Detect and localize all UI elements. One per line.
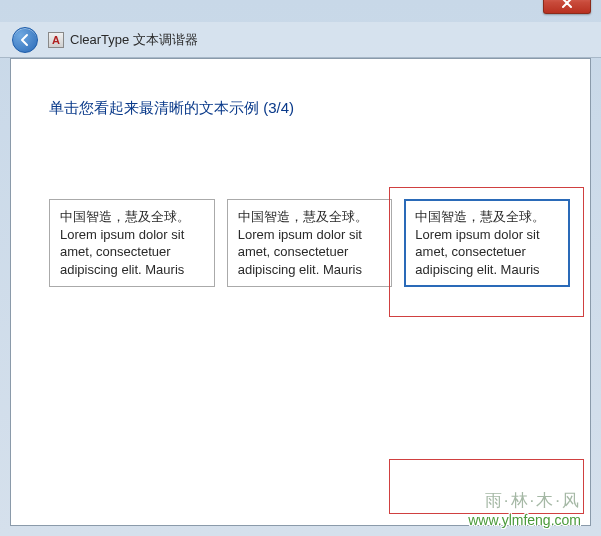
text-sample-1[interactable]: 中国智造，慧及全球。 Lorem ipsum dolor sit amet, c…	[49, 199, 215, 287]
sample-text-cn: 中国智造，慧及全球。	[60, 209, 190, 224]
sample-list: 中国智造，慧及全球。 Lorem ipsum dolor sit amet, c…	[49, 199, 570, 287]
app-icon-letter: A	[52, 34, 60, 46]
text-sample-2[interactable]: 中国智造，慧及全球。 Lorem ipsum dolor sit amet, c…	[227, 199, 393, 287]
back-button[interactable]	[12, 27, 38, 53]
arrow-left-icon	[18, 33, 32, 47]
sample-text-cn: 中国智造，慧及全球。	[415, 209, 545, 224]
annotation-highlight-icon	[389, 459, 584, 514]
app-icon: A	[48, 32, 64, 48]
instruction-heading: 单击您看起来最清晰的文本示例 (3/4)	[49, 99, 294, 118]
text-sample-3[interactable]: 中国智造，慧及全球。 Lorem ipsum dolor sit amet, c…	[404, 199, 570, 287]
sample-text-en: Lorem ipsum dolor sit amet, consectetuer…	[415, 227, 539, 277]
close-button[interactable]	[543, 0, 591, 14]
title-bar: A ClearType 文本调谐器	[0, 22, 601, 58]
close-icon	[561, 0, 573, 9]
sample-text-en: Lorem ipsum dolor sit amet, consectetuer…	[238, 227, 362, 277]
content-area: 单击您看起来最清晰的文本示例 (3/4) 中国智造，慧及全球。 Lorem ip…	[10, 58, 591, 526]
sample-text-en: Lorem ipsum dolor sit amet, consectetuer…	[60, 227, 184, 277]
window-title: ClearType 文本调谐器	[70, 31, 198, 49]
sample-text-cn: 中国智造，慧及全球。	[238, 209, 368, 224]
